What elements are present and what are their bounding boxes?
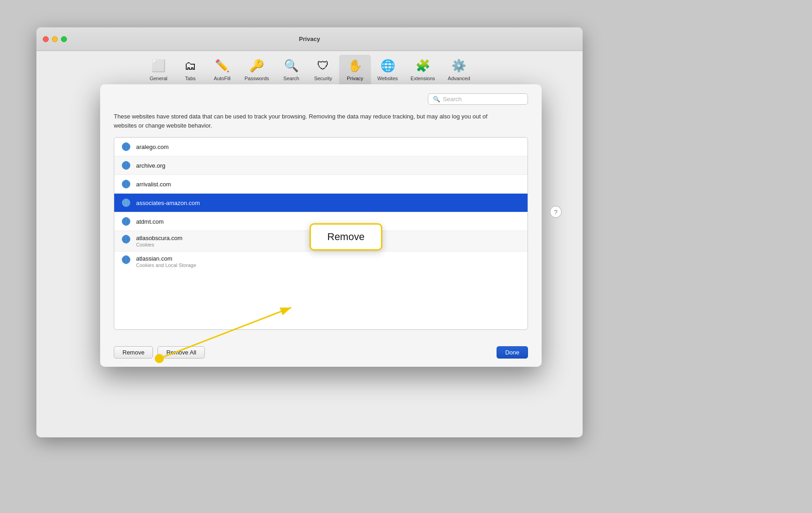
globe-icon — [122, 198, 131, 207]
tab-tabs[interactable]: 🗂 Tabs — [174, 55, 206, 85]
list-item[interactable]: atdmt.com — [114, 212, 528, 231]
tab-tabs-label: Tabs — [185, 76, 196, 81]
bottom-bar: Remove Remove All Done — [100, 346, 542, 367]
tab-extensions-label: Extensions — [411, 76, 435, 81]
list-item[interactable]: atlasobscura.com Cookies — [114, 231, 528, 251]
general-icon: ⬜ — [150, 57, 167, 74]
tab-extensions[interactable]: 🧩 Extensions — [404, 55, 442, 85]
tab-general-label: General — [150, 76, 167, 81]
remove-button[interactable]: Remove — [114, 346, 153, 359]
tab-privacy-label: Privacy — [347, 76, 363, 81]
globe-icon — [122, 142, 131, 151]
domain-item-atdmt: atdmt.com — [136, 218, 164, 225]
tab-search-label: Search — [284, 76, 299, 81]
globe-icon — [122, 180, 131, 189]
search-icon: 🔍 — [433, 96, 440, 103]
tab-search[interactable]: 🔍 Search — [275, 55, 307, 85]
domain-item-aralego: aralego.com — [136, 144, 169, 150]
tab-websites-label: Websites — [377, 76, 398, 81]
toolbar: ⬜ General 🗂 Tabs ✏️ AutoFill 🔑 Passwords… — [36, 51, 583, 85]
tab-advanced-label: Advanced — [448, 76, 470, 81]
search-tab-icon: 🔍 — [283, 57, 299, 74]
tab-passwords-label: Passwords — [244, 76, 269, 81]
titlebar: Privacy — [36, 27, 583, 51]
domain-name: atdmt.com — [136, 218, 164, 225]
domain-name: arrivalist.com — [136, 181, 171, 188]
websites-icon: 🌐 — [380, 57, 396, 74]
tab-autofill-label: AutoFill — [214, 76, 231, 81]
tab-autofill[interactable]: ✏️ AutoFill — [206, 55, 238, 85]
tab-privacy[interactable]: ✋ Privacy — [339, 55, 371, 85]
extensions-icon: 🧩 — [415, 57, 431, 74]
remove-all-button[interactable]: Remove All — [157, 346, 205, 359]
domain-item-arrivalist: arrivalist.com — [136, 181, 171, 188]
passwords-icon: 🔑 — [249, 57, 265, 74]
minimize-button[interactable] — [52, 36, 58, 42]
list-item[interactable]: atlassian.com Cookies and Local Storage — [114, 251, 528, 272]
help-button[interactable]: ? — [550, 206, 562, 218]
domain-name: archive.org — [136, 162, 165, 169]
globe-icon — [122, 217, 131, 226]
search-row: 🔍 — [114, 93, 528, 105]
search-field[interactable]: 🔍 — [428, 93, 528, 105]
list-item[interactable]: aralego.com — [114, 138, 528, 156]
advanced-icon: ⚙️ — [451, 57, 467, 74]
tab-advanced[interactable]: ⚙️ Advanced — [442, 55, 477, 85]
domain-item-associates-amazon: associates-amazon.com — [136, 200, 200, 206]
globe-icon — [122, 235, 131, 244]
close-button[interactable] — [43, 36, 49, 42]
domain-list: aralego.com archive.org — [114, 137, 528, 330]
list-item[interactable]: associates-amazon.com — [114, 194, 528, 212]
search-input[interactable] — [443, 96, 523, 103]
privacy-icon: ✋ — [347, 57, 363, 74]
domain-name: aralego.com — [136, 144, 169, 150]
dialog-body: 🔍 These websites have stored data that c… — [100, 84, 542, 346]
list-item[interactable]: archive.org — [114, 156, 528, 175]
globe-icon — [122, 161, 131, 170]
maximize-button[interactable] — [61, 36, 67, 42]
domain-name: associates-amazon.com — [136, 200, 200, 206]
tabs-icon: 🗂 — [182, 57, 198, 74]
autofill-icon: ✏️ — [214, 57, 230, 74]
tab-security[interactable]: 🛡 Security — [307, 55, 339, 85]
description-text: These websites have stored data that can… — [114, 112, 505, 130]
list-item[interactable]: arrivalist.com — [114, 175, 528, 194]
domain-name: atlassian.com — [136, 255, 196, 262]
traffic-lights — [43, 36, 67, 42]
domain-name: atlasobscura.com — [136, 235, 183, 241]
tab-general[interactable]: ⬜ General — [142, 55, 174, 85]
domain-subtitle: Cookies — [136, 242, 183, 247]
tab-passwords[interactable]: 🔑 Passwords — [238, 55, 275, 85]
tab-websites[interactable]: 🌐 Websites — [371, 55, 404, 85]
domain-item-atlasobscura: atlasobscura.com Cookies — [136, 235, 183, 247]
done-button[interactable]: Done — [497, 346, 528, 359]
security-icon: 🛡 — [315, 57, 331, 74]
dialog-window: ? 🔍 These websites have stored data that… — [100, 84, 542, 367]
domain-subtitle: Cookies and Local Storage — [136, 262, 196, 268]
tab-security-label: Security — [314, 76, 332, 81]
domain-item-archive: archive.org — [136, 162, 165, 169]
globe-icon — [122, 255, 131, 264]
help-icon: ? — [554, 209, 557, 215]
window-title: Privacy — [299, 36, 320, 42]
domain-item-atlassian: atlassian.com Cookies and Local Storage — [136, 255, 196, 268]
